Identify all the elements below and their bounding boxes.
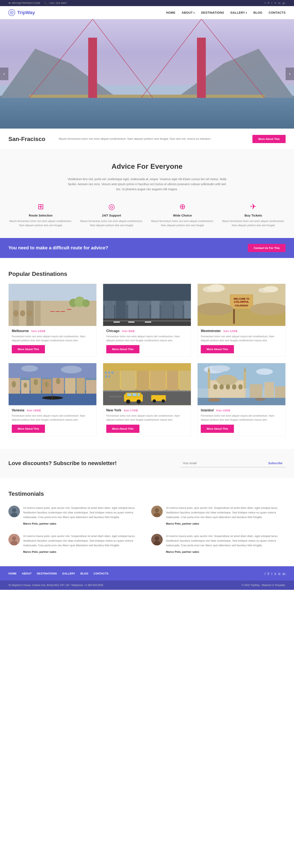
svg-rect-128	[244, 372, 246, 389]
nav-about[interactable]: ABOUT	[182, 11, 195, 14]
destination-info-istanbul: Istanbul from 1300$ Fermentum tortor non…	[197, 405, 285, 436]
hero-prev-button[interactable]: ‹	[0, 67, 8, 80]
destination-image-melbourne	[9, 284, 97, 326]
footer-nav-about[interactable]: ABOUT	[22, 571, 32, 575]
footer-social-linkedin[interactable]: in	[278, 572, 280, 575]
newsletter-subscribe-button[interactable]: Subscribe	[265, 459, 286, 467]
nav-destinations[interactable]: DESTINATIONS	[201, 11, 224, 14]
svg-point-116	[153, 399, 156, 403]
svg-point-117	[162, 399, 165, 403]
svg-point-142	[12, 508, 16, 513]
destination-desc-chicago: Fermentum tortor non enim aliquet mauris…	[106, 335, 188, 343]
email-info: ✉ INFO@TRIPWAY.COM	[8, 1, 40, 5]
feature-choice: ⊕ Wide Choice Mauris fermentum tortor no…	[150, 202, 215, 227]
footer-social-google[interactable]: g+	[283, 572, 286, 575]
hero-next-button[interactable]: ›	[286, 67, 294, 80]
footer-nav-home[interactable]: HOME	[8, 571, 16, 575]
destination-price-istanbul: from 1300$	[216, 409, 230, 412]
social-google[interactable]: g+	[283, 1, 286, 5]
destination-card-newyork: New York from 1700$ Fermentum tortor non…	[103, 363, 191, 436]
destinations-section: Popular Destinations	[0, 258, 294, 449]
footer-copyright: © 2015 TripWay - Material UI Template.	[242, 584, 286, 587]
svg-point-84	[56, 378, 60, 384]
footer-nav-destinations[interactable]: DESTINATIONS	[37, 571, 57, 575]
hero-tower-right	[197, 38, 206, 98]
svg-text:COLORADO: COLORADO	[235, 304, 248, 307]
testimonial-avatar-3	[151, 534, 163, 546]
destination-info-melbourne: Melbourne from 1400$ Fermentum tortor no…	[9, 326, 97, 356]
destination-image-westminster: WELCOME TO COLORFUL COLORADO	[197, 284, 285, 326]
destination-name-melbourne: Melbourne	[12, 329, 29, 333]
social-twitter[interactable]: t	[271, 1, 272, 5]
destination-info-westminster: Westminster from 1200$ Fermentum tortor …	[197, 326, 285, 356]
top-bar-contact: ✉ INFO@TRIPWAY.COM 📞 +321 233 4947	[8, 1, 67, 5]
svg-point-90	[61, 366, 82, 373]
footer-nav: HOME ABOUT DESTINATIONS GALLERY BLOG CON…	[0, 566, 294, 581]
svg-rect-18	[61, 311, 65, 312]
destination-name-chicago: Chicago	[106, 329, 119, 333]
destination-more-westminster[interactable]: More About This	[201, 345, 234, 353]
svg-point-125	[217, 375, 237, 385]
svg-text:COLORFUL: COLORFUL	[234, 300, 249, 304]
footer-nav-contacts[interactable]: CONTACTS	[94, 571, 108, 575]
svg-point-83	[45, 381, 48, 387]
hero-slider: ‹ ›	[0, 19, 294, 129]
svg-rect-53	[145, 321, 151, 322]
social-vine[interactable]: V	[274, 1, 276, 5]
testimonial-author-1: Marco Polo, partner sales	[166, 522, 199, 525]
hero-image	[0, 19, 294, 129]
destination-more-istanbul[interactable]: More About This	[201, 425, 234, 433]
svg-point-89	[21, 366, 38, 372]
social-pinterest[interactable]: P	[267, 1, 269, 5]
destination-more-venesia[interactable]: More About This	[12, 425, 45, 433]
nav-contacts[interactable]: CONTACTS	[268, 11, 286, 14]
footer-social: f P t V in g+	[265, 572, 286, 575]
testimonial-text-2: Ut viverra maura justo, quis auctor nisl…	[23, 534, 143, 548]
testimonial-avatar-2	[8, 534, 20, 546]
svg-rect-130	[213, 384, 218, 390]
svg-rect-108	[132, 393, 137, 396]
svg-rect-48	[103, 284, 191, 301]
testimonial-item-3: Ut viverra maura justo, quis auctor nisl…	[151, 534, 286, 554]
logo-icon	[8, 9, 15, 16]
footer-social-twitter[interactable]: t	[271, 572, 272, 575]
svg-rect-50	[103, 320, 191, 321]
destination-more-newyork[interactable]: More About This	[106, 425, 140, 433]
top-bar-social: f P t V in g+	[265, 1, 286, 5]
footer-social-pinterest[interactable]: P	[267, 572, 269, 575]
advice-title: Advice For Everyone	[8, 162, 286, 170]
svg-rect-100	[105, 372, 107, 374]
svg-point-121	[211, 366, 230, 372]
logo[interactable]: TripWay	[8, 9, 35, 16]
svg-point-23	[82, 300, 90, 307]
advice-section: Advice For Everyone Vestibulum lero nisl…	[0, 150, 294, 238]
feature-title: San-Fracisco	[8, 136, 50, 143]
destination-desc-newyork: Fermentum tortor non enim aliquet mauris…	[106, 414, 188, 422]
cta-banner: You need to make a difficult route for a…	[0, 238, 294, 258]
newyork-illustration	[103, 363, 191, 405]
svg-rect-132	[226, 384, 230, 390]
avatar-image-0	[8, 506, 20, 517]
advice-description: Vestibulum lero nisl, porta vel, sceleri…	[67, 177, 227, 192]
footer-social-facebook[interactable]: f	[265, 572, 265, 575]
nav-blog[interactable]: BLOG	[254, 11, 262, 14]
nav-gallery[interactable]: GALLERY	[230, 11, 247, 14]
feature-tickets-desc: Mauris fermentum tortor non enim aliquet…	[221, 219, 286, 227]
destination-more-chicago[interactable]: More About This	[106, 345, 140, 353]
feature-tickets: ✈ Buy Tickets Mauris fermentum tortor no…	[221, 202, 286, 227]
destination-name-istanbul: Istanbul	[201, 408, 214, 412]
footer-nav-blog[interactable]: BLOG	[80, 571, 88, 575]
social-linkedin[interactable]: in	[278, 1, 280, 5]
feature-support: ◎ 24/7 Support Mauris fermentum tortor n…	[79, 202, 144, 227]
newsletter-input[interactable]	[181, 459, 265, 467]
svg-point-111	[137, 400, 141, 404]
svg-point-81	[24, 383, 27, 388]
nav-home[interactable]: HOME	[166, 11, 175, 14]
cta-button[interactable]: Contact Us For This	[248, 244, 286, 252]
chicago-illustration	[103, 284, 191, 326]
social-facebook[interactable]: f	[265, 1, 265, 5]
footer-social-vine[interactable]: V	[274, 572, 276, 575]
destination-more-melbourne[interactable]: More About This	[12, 345, 45, 353]
footer-nav-gallery[interactable]: GALLERY	[62, 571, 75, 575]
feature-more-button[interactable]: More About This	[252, 135, 286, 143]
